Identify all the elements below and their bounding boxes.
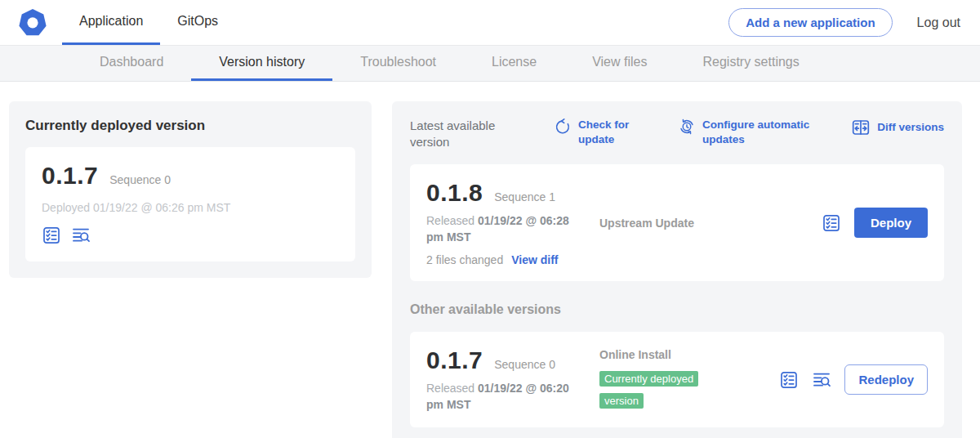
refresh-icon: [554, 118, 572, 136]
preflight-checks-icon[interactable]: [822, 213, 841, 233]
diff-versions-link[interactable]: Diff versions: [851, 118, 944, 137]
latest-source-column: Upstream Update: [590, 217, 822, 230]
top-header: Application GitOps Add a new application…: [0, 0, 980, 46]
tab-application[interactable]: Application: [62, 0, 160, 45]
currently-deployed-card: Currently deployed version 0.1.7 Sequenc…: [9, 101, 372, 278]
deployed-actions: [42, 226, 339, 245]
other-versions-title: Other available versions: [410, 302, 944, 317]
other-sequence-label: Sequence 0: [494, 358, 555, 371]
files-changed-row: 2 files changedView diff: [426, 253, 590, 266]
tab-license[interactable]: License: [464, 46, 564, 81]
other-version-row: 0.1.7 Sequence 0 Released 01/19/22 @ 06:…: [410, 332, 944, 427]
tab-dashboard[interactable]: Dashboard: [72, 46, 191, 81]
other-version-number: 0.1.7: [426, 346, 483, 374]
other-actions: Redeploy: [779, 364, 928, 395]
configure-automatic-updates-label: Configure automatic updates: [702, 118, 810, 146]
latest-released-timestamp: Released 01/19/22 @ 06:28 pm MST: [426, 213, 586, 245]
deploy-logs-icon[interactable]: [812, 370, 831, 390]
files-changed-label: 2 files changed: [426, 253, 503, 266]
deployed-card-title: Currently deployed version: [25, 118, 355, 134]
deploy-button[interactable]: Deploy: [854, 208, 928, 238]
latest-source-label: Upstream Update: [599, 217, 822, 230]
deployed-sequence-label: Sequence 0: [109, 173, 171, 186]
latest-actions: Deploy: [822, 208, 928, 238]
preflight-checks-icon[interactable]: [779, 370, 799, 390]
tab-registry-settings[interactable]: Registry settings: [675, 46, 826, 81]
other-source-label: Online Install: [599, 348, 779, 361]
other-released-timestamp: Released 01/19/22 @ 06:20 pm MST: [426, 381, 586, 413]
latest-version-number: 0.1.8: [426, 179, 483, 207]
diff-icon: [851, 118, 871, 137]
deployed-timestamp: Deployed 01/19/22 @ 06:26 pm MST: [42, 201, 339, 214]
other-version-info: 0.1.7 Sequence 0 Released 01/19/22 @ 06:…: [426, 346, 590, 413]
kots-logo-icon: [18, 8, 47, 38]
app-subnav: Dashboard Version history Troubleshoot L…: [0, 46, 980, 82]
latest-sequence-label: Sequence 1: [494, 190, 555, 203]
update-actions: Check for update Configure automatic upd…: [554, 118, 810, 146]
deployed-version-row: 0.1.7 Sequence 0: [42, 162, 339, 190]
main-content: Currently deployed version 0.1.7 Sequenc…: [0, 82, 980, 438]
available-panel-header: Latest available version Check for updat…: [410, 118, 944, 150]
latest-version-info: 0.1.8 Sequence 1 Released 01/19/22 @ 06:…: [426, 179, 590, 266]
check-for-update-link[interactable]: Check for update: [554, 118, 635, 146]
redeploy-button[interactable]: Redeploy: [844, 364, 928, 395]
diff-versions-label: Diff versions: [877, 120, 944, 135]
logout-link[interactable]: Log out: [917, 16, 960, 30]
tab-troubleshoot[interactable]: Troubleshoot: [332, 46, 464, 81]
deploy-logs-icon[interactable]: [71, 226, 91, 245]
currently-deployed-badge-wrap: Currently deployed version: [599, 368, 720, 411]
preflight-checks-icon[interactable]: [42, 226, 61, 245]
latest-available-title: Latest available version: [410, 118, 506, 150]
other-source-column: Online Install Currently deployed versio…: [590, 348, 779, 411]
available-versions-panel: Latest available version Check for updat…: [392, 101, 962, 438]
header-right: Add a new application Log out: [728, 8, 960, 37]
add-new-application-button[interactable]: Add a new application: [728, 8, 892, 37]
deployed-version-card: 0.1.7 Sequence 0 Deployed 01/19/22 @ 06:…: [25, 147, 355, 261]
tab-view-files[interactable]: View files: [564, 46, 675, 81]
tab-gitops[interactable]: GitOps: [160, 0, 235, 45]
configure-automatic-updates-link[interactable]: Configure automatic updates: [678, 118, 810, 146]
deployed-version-number: 0.1.7: [42, 162, 98, 190]
view-diff-link[interactable]: View diff: [511, 253, 558, 266]
check-for-update-label: Check for update: [578, 118, 635, 146]
app-nav: Application GitOps: [62, 0, 235, 45]
schedule-icon: [678, 118, 696, 136]
latest-version-row: 0.1.8 Sequence 1 Released 01/19/22 @ 06:…: [410, 164, 944, 281]
tab-version-history[interactable]: Version history: [191, 46, 332, 81]
currently-deployed-badge: Currently deployed version: [599, 371, 698, 408]
